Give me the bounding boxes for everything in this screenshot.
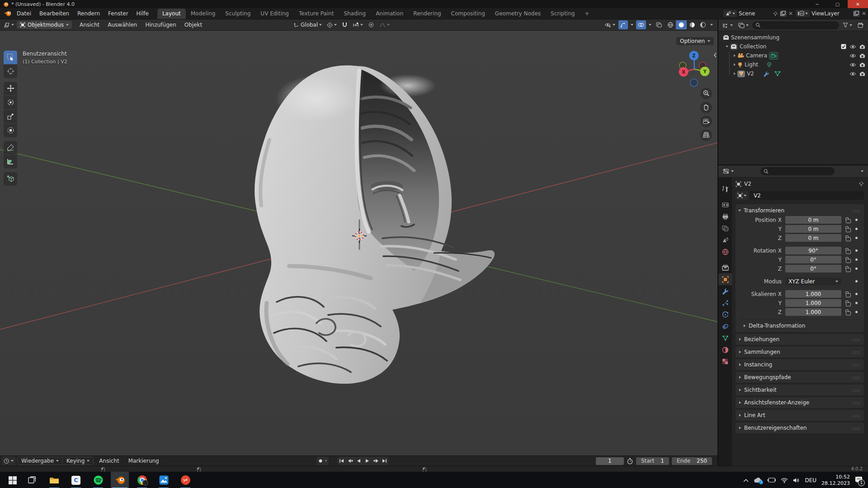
viewlayer-browse-button[interactable] <box>796 10 810 17</box>
blender-taskbar-button[interactable] <box>111 472 129 488</box>
add-cube-tool[interactable] <box>4 172 17 186</box>
tab-texture-paint[interactable]: Texture Paint <box>294 9 339 19</box>
tab-rendering[interactable]: Rendering <box>408 9 446 19</box>
outliner-row-scene-collection[interactable]: Szenensammlung <box>718 33 868 42</box>
panel-grip-icon[interactable]: :::: <box>853 426 860 431</box>
checkbox-checked-icon[interactable] <box>841 44 846 49</box>
tab-scripting[interactable]: Scripting <box>546 9 580 19</box>
viewport-canvas[interactable]: Benutzeransicht (1) Collection | V2 Opti… <box>0 31 717 455</box>
panel-grip-icon[interactable]: :::: <box>853 388 860 393</box>
panel-grip-icon[interactable]: :::: <box>853 337 860 342</box>
snap-toggle-button[interactable] <box>340 20 349 29</box>
panel-grip-icon[interactable]: :::: <box>853 362 860 367</box>
scale-tool[interactable] <box>4 110 17 123</box>
tab-render[interactable] <box>718 199 732 211</box>
start-frame-field[interactable]: Start 1 <box>636 457 669 465</box>
wifi-icon[interactable] <box>781 478 788 483</box>
menu-auswaehlen[interactable]: Auswählen <box>104 19 141 30</box>
lock-icon[interactable] <box>844 217 852 223</box>
auto-key-button[interactable] <box>316 457 329 465</box>
lock-icon[interactable] <box>844 291 852 297</box>
tab-animation[interactable]: Animation <box>371 9 408 19</box>
new-scene-icon[interactable] <box>780 10 787 17</box>
render-visibility-icon[interactable] <box>859 44 865 49</box>
spotify-button[interactable] <box>89 472 107 488</box>
hide-eye-icon[interactable] <box>849 71 856 76</box>
panel-grip-icon[interactable]: :::: <box>853 350 860 355</box>
tab-modeling[interactable]: Modeling <box>186 9 221 19</box>
hide-eye-icon[interactable] <box>849 53 856 58</box>
add-workspace-button[interactable]: + <box>580 9 594 19</box>
tab-geometry-nodes[interactable]: Geometry Nodes <box>490 9 546 19</box>
panel-bewegungspfade[interactable]: Bewegungspfade:::: <box>736 372 864 383</box>
tab-world[interactable] <box>718 246 732 258</box>
render-visibility-icon[interactable] <box>859 62 865 67</box>
expand-arrow-icon[interactable] <box>726 46 728 47</box>
tab-scene[interactable] <box>718 234 732 246</box>
gizmo-settings-dropdown[interactable] <box>629 20 635 29</box>
panel-grip-icon[interactable]: :::: <box>853 208 860 213</box>
snipping-app-button[interactable]: ✂ <box>176 472 194 488</box>
transform-orientation-dropdown[interactable]: Global <box>292 20 324 29</box>
expand-arrow-icon[interactable] <box>734 63 736 66</box>
panel-sammlungen[interactable]: Sammlungen:::: <box>736 347 864 357</box>
tab-texture[interactable] <box>718 356 732 367</box>
outliner-row-light[interactable]: Light <box>718 60 868 69</box>
panel-grip-icon[interactable]: :::: <box>853 413 860 418</box>
timeline-menu-ansicht[interactable]: Ansicht <box>95 458 123 464</box>
playback-dropdown[interactable]: Wiedergabe <box>18 457 62 465</box>
object-id-browse-button[interactable] <box>736 191 748 200</box>
tab-output[interactable] <box>718 211 732 222</box>
proportional-editing-button[interactable] <box>366 20 376 29</box>
panel-line-art[interactable]: Line Art:::: <box>736 410 864 421</box>
current-frame-field[interactable]: 1 <box>596 457 624 465</box>
tab-constraints[interactable] <box>718 320 732 332</box>
prev-keyframe-button[interactable] <box>346 457 354 465</box>
rotate-tool[interactable] <box>4 96 17 109</box>
pin-icon[interactable] <box>859 181 864 187</box>
render-visibility-icon[interactable] <box>859 71 865 76</box>
new-viewlayer-icon[interactable] <box>853 10 860 17</box>
panel-benutzereigenschaften[interactable]: Benutzereigenschaften:::: <box>736 422 864 433</box>
outliner-restriction-button[interactable] <box>736 21 750 30</box>
render-visibility-icon[interactable] <box>859 53 865 58</box>
properties-options-dropdown[interactable] <box>859 167 865 176</box>
jump-to-start-button[interactable] <box>337 457 346 465</box>
position-z-field[interactable]: 0 m <box>785 234 841 242</box>
camera-view-button[interactable] <box>700 116 712 127</box>
light-data-icon[interactable] <box>766 62 772 68</box>
panel-ansichtsfenster-anzeige[interactable]: Ansichtsfenster-Anzeige:::: <box>736 397 864 408</box>
delta-transform-subpanel[interactable]: Delta-Transformation <box>738 319 860 329</box>
tab-modifiers[interactable] <box>718 285 732 297</box>
hide-eye-icon[interactable] <box>849 62 856 67</box>
menu-hilfe[interactable]: Hilfe <box>132 8 153 19</box>
outliner-search-input[interactable] <box>752 21 839 29</box>
mesh-data-icon[interactable] <box>774 71 781 76</box>
battery-icon[interactable] <box>767 478 776 483</box>
select-box-tool[interactable] <box>4 51 17 64</box>
onedrive-icon[interactable]: i <box>754 477 762 483</box>
tab-layout[interactable]: Layout <box>157 9 186 19</box>
mode-dropdown[interactable]: Objektmodus <box>17 21 72 29</box>
falloff-dropdown[interactable] <box>377 20 392 29</box>
unlink-scene-icon[interactable]: ✕ <box>788 10 793 17</box>
tab-object-data[interactable] <box>718 332 732 344</box>
tab-object[interactable] <box>718 273 732 285</box>
close-button[interactable]: ✕ <box>848 0 868 8</box>
lock-icon[interactable] <box>844 235 852 241</box>
outliner-filter-button[interactable] <box>841 21 854 30</box>
panel-grip-icon[interactable]: :::: <box>853 375 860 380</box>
viewlayer-name[interactable]: ViewLayer <box>811 10 851 17</box>
tab-shading[interactable]: Shading <box>339 9 371 19</box>
shading-rendered-button[interactable] <box>698 20 708 29</box>
measure-tool[interactable] <box>4 155 17 169</box>
play-button[interactable] <box>363 457 372 465</box>
breadcrumb-object-name[interactable]: V2 <box>744 181 751 187</box>
taskbar-clock[interactable]: 10:52 28.12.2023 <box>821 474 850 487</box>
outliner-row-collection[interactable]: Collection <box>718 42 868 51</box>
tab-particles[interactable] <box>718 297 732 309</box>
lock-icon[interactable] <box>844 309 852 315</box>
tab-tool[interactable] <box>718 183 732 195</box>
annotate-tool[interactable] <box>4 141 17 155</box>
gizmo-toggle-button[interactable] <box>618 20 628 29</box>
